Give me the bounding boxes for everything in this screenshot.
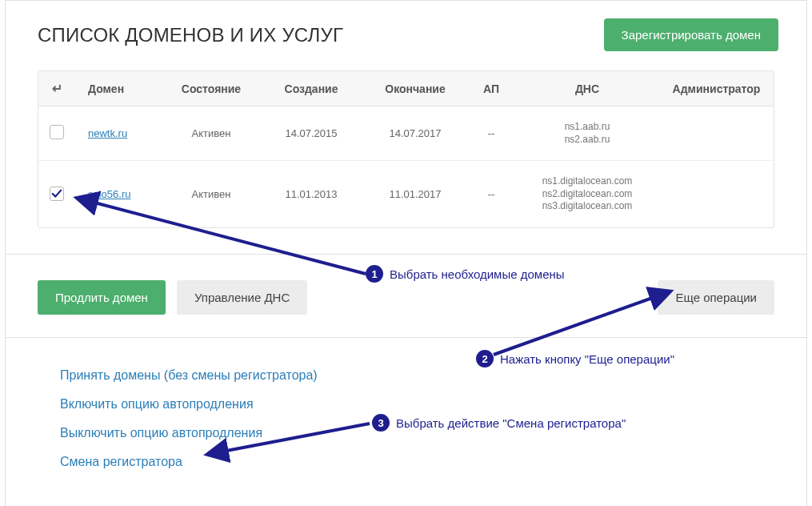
page-title: СПИСОК ДОМЕНОВ И ИХ УСЛУГ	[38, 24, 343, 46]
more-operations-button[interactable]: Еще операции	[658, 280, 774, 315]
dns-entry: ns2.digitalocean.com	[522, 188, 653, 201]
cell-expires: 11.01.2017	[363, 161, 467, 227]
dns-entry: ns1.aab.ru	[522, 121, 653, 134]
annotation-step-1: 1 Выбрать необходимые домены	[366, 265, 565, 283]
cell-expires: 14.07.2017	[363, 106, 467, 161]
table-row: solo56.ruАктивен11.01.201311.01.2017--ns…	[38, 161, 774, 227]
dns-entry: ns1.digitalocean.com	[522, 175, 653, 188]
table-row: newtk.ruАктивен14.07.201514.07.2017--ns1…	[38, 106, 774, 161]
col-sort[interactable]: ↵	[38, 71, 75, 106]
dropdown-accept-domains[interactable]: Принять домены (без смены регистратора)	[60, 368, 774, 383]
annotation-text-3: Выбрать действие "Смена регистратора"	[396, 416, 626, 430]
row-checkbox[interactable]	[50, 187, 64, 201]
col-expires[interactable]: Окончание	[363, 71, 467, 106]
domain-table: ↵ Домен Состояние Создание Окончание АП …	[38, 70, 774, 228]
dropdown-change-registrar[interactable]: Смена регистратора	[60, 455, 774, 469]
annotation-bubble-2: 2	[476, 350, 494, 367]
page-header: СПИСОК ДОМЕНОВ И ИХ УСЛУГ Зарегистрирова…	[6, 1, 806, 70]
col-domain[interactable]: Домен	[75, 71, 163, 106]
cell-created: 14.07.2015	[259, 106, 363, 161]
register-domain-button[interactable]: Зарегистрировать домен	[604, 18, 778, 51]
cell-ap: --	[467, 106, 515, 161]
page-container: СПИСОК ДОМЕНОВ И ИХ УСЛУГ Зарегистрирова…	[5, 0, 807, 506]
cell-status: Активен	[163, 106, 259, 161]
annotation-step-2: 2 Нажать кнопку "Еще операции"	[476, 350, 674, 367]
cell-created: 11.01.2013	[259, 161, 363, 227]
dropdown-enable-autorenew[interactable]: Включить опцию автопродления	[60, 397, 774, 412]
col-admin[interactable]: Администратор	[659, 71, 774, 106]
sort-icon: ↵	[52, 82, 62, 95]
dns-entry: ns2.aab.ru	[522, 134, 653, 147]
row-checkbox[interactable]	[50, 125, 64, 139]
cell-dns: ns1.aab.runs2.aab.ru	[515, 106, 659, 161]
cell-dns: ns1.digitalocean.comns2.digitalocean.com…	[515, 161, 659, 227]
domain-link[interactable]: newtk.ru	[88, 127, 127, 139]
col-dns[interactable]: ДНС	[515, 71, 659, 106]
dns-entry: ns3.digitalocean.com	[522, 200, 653, 213]
cell-admin	[659, 106, 774, 161]
table-header-row: ↵ Домен Состояние Создание Окончание АП …	[38, 71, 774, 106]
annotation-text-1: Выбрать необходимые домены	[390, 267, 565, 281]
renew-domain-button[interactable]: Продлить домен	[38, 280, 166, 315]
annotation-bubble-3: 3	[372, 414, 390, 432]
annotation-step-3: 3 Выбрать действие "Смена регистратора"	[372, 414, 626, 432]
cell-ap: --	[467, 161, 515, 227]
annotation-bubble-1: 1	[366, 265, 383, 283]
annotation-text-2: Нажать кнопку "Еще операции"	[500, 352, 674, 366]
col-status[interactable]: Состояние	[163, 71, 259, 106]
col-ap[interactable]: АП	[467, 71, 515, 106]
manage-dns-button[interactable]: Управление ДНС	[177, 280, 307, 315]
cell-admin	[659, 161, 774, 227]
cell-status: Активен	[163, 161, 259, 227]
domain-link[interactable]: solo56.ru	[88, 188, 130, 200]
col-created[interactable]: Создание	[259, 71, 363, 106]
